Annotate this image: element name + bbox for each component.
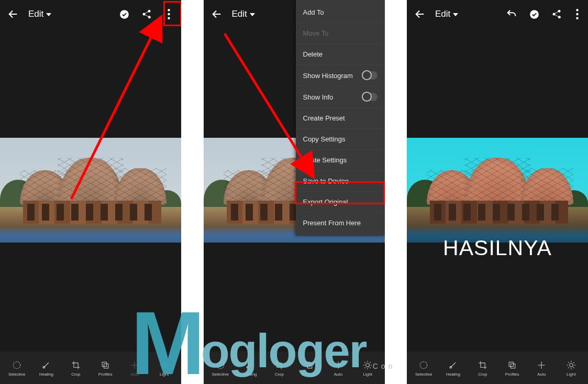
tool-light[interactable]: Light xyxy=(355,360,380,377)
more-icon[interactable] xyxy=(573,9,581,19)
tool-label: Profiles xyxy=(505,372,519,377)
svg-rect-12 xyxy=(306,362,310,366)
edit-label-text: Edit xyxy=(232,9,247,19)
svg-rect-22 xyxy=(509,362,513,366)
tool-label: Selective xyxy=(212,372,228,377)
svg-point-18 xyxy=(576,13,578,15)
caret-down-icon xyxy=(453,13,458,16)
toggle-info[interactable] xyxy=(362,93,378,101)
tool-label: Crop xyxy=(478,372,487,377)
tool-label: Auto xyxy=(334,372,342,377)
checkmark-circle-icon[interactable] xyxy=(119,9,130,20)
svg-point-8 xyxy=(162,364,166,367)
result-label: HASILNYA xyxy=(407,236,588,260)
image-canvas[interactable] xyxy=(0,28,181,352)
tool-crop[interactable]: Crop xyxy=(63,360,88,377)
tool-label: Healing xyxy=(446,372,460,377)
svg-rect-13 xyxy=(307,364,312,368)
tool-label: Auto xyxy=(130,372,139,377)
menu-item-label: Copy Settings xyxy=(303,135,346,143)
undo-icon[interactable] xyxy=(506,8,517,20)
tool-label: Healing xyxy=(39,372,53,377)
bottom-toolbar: Selective Healing Crop Profiles Auto Lig… xyxy=(204,352,385,384)
tool-light[interactable]: Light xyxy=(559,360,584,377)
menu-item-label: Export Original xyxy=(303,198,348,206)
menu-item-label: Create Preset xyxy=(303,114,345,122)
tool-label: Profiles xyxy=(302,372,316,377)
tool-profiles[interactable]: Profiles xyxy=(500,360,525,377)
menu-move-to: Move To xyxy=(296,23,385,44)
bottom-toolbar: Selective Healing Crop Profiles Auto Lig… xyxy=(407,352,588,384)
tool-auto[interactable]: Auto xyxy=(326,360,351,377)
svg-point-2 xyxy=(168,13,170,15)
svg-rect-6 xyxy=(102,362,106,366)
menu-export-original[interactable]: Export Original xyxy=(296,192,385,213)
tool-label: Auto xyxy=(537,372,546,377)
svg-rect-23 xyxy=(511,364,515,368)
menu-save-to-device[interactable]: Save to Device xyxy=(296,171,385,192)
menu-present-from-here[interactable]: Present From Here xyxy=(296,213,385,234)
share-icon[interactable] xyxy=(141,9,152,19)
svg-point-17 xyxy=(576,9,578,11)
tool-label: Light xyxy=(160,372,169,377)
caret-down-icon xyxy=(46,13,51,16)
back-icon[interactable] xyxy=(414,8,426,20)
menu-show-histogram[interactable]: Show Histogram xyxy=(296,65,385,86)
caret-down-icon xyxy=(250,13,255,16)
toggle-histogram[interactable] xyxy=(362,71,378,80)
edit-dropdown[interactable]: Edit xyxy=(232,9,255,19)
share-icon[interactable] xyxy=(551,9,562,19)
back-icon[interactable] xyxy=(7,8,19,20)
menu-paste-settings[interactable]: Paste Settings xyxy=(296,150,385,171)
tool-healing[interactable]: Healing xyxy=(34,360,59,377)
tool-profiles[interactable]: Profiles xyxy=(296,360,321,377)
overflow-menu: Add To Move To Delete Show Histogram Sho… xyxy=(296,0,385,236)
svg-point-3 xyxy=(168,17,170,19)
tool-profiles[interactable]: Profiles xyxy=(93,360,118,377)
tool-selective[interactable]: Selective xyxy=(4,360,29,377)
more-icon[interactable] xyxy=(163,9,174,19)
menu-delete[interactable]: Delete xyxy=(296,44,385,65)
tool-auto[interactable]: Auto xyxy=(122,360,147,377)
image-canvas[interactable] xyxy=(407,28,588,352)
tool-healing[interactable]: Healing xyxy=(237,360,262,377)
back-icon[interactable] xyxy=(211,8,223,20)
topbar: Edit xyxy=(407,0,588,28)
tool-healing[interactable]: Healing xyxy=(440,360,465,377)
edit-dropdown[interactable]: Edit xyxy=(28,9,51,19)
tool-label: Light xyxy=(567,372,575,377)
menu-copy-settings[interactable]: Copy Settings xyxy=(296,129,385,150)
tool-light[interactable]: Light xyxy=(152,360,177,377)
svg-point-10 xyxy=(217,361,224,368)
tool-label: Healing xyxy=(242,372,257,377)
photo xyxy=(407,138,588,243)
screen-1: Edit Selective Healin xyxy=(0,0,181,384)
tool-auto[interactable]: Auto xyxy=(529,360,554,377)
menu-create-preset[interactable]: Create Preset xyxy=(296,108,385,129)
menu-item-label: Show Info xyxy=(303,93,334,101)
menu-item-label: Save to Device xyxy=(303,177,349,185)
menu-item-label: Present From Here xyxy=(303,219,361,227)
edit-dropdown[interactable]: Edit xyxy=(435,9,458,19)
checkmark-circle-icon[interactable] xyxy=(529,9,540,20)
bottom-toolbar: Selective Healing Crop Profiles Auto Lig… xyxy=(0,352,181,384)
topbar: Edit xyxy=(0,0,181,28)
svg-point-4 xyxy=(13,361,20,368)
tool-crop[interactable]: Crop xyxy=(267,360,292,377)
menu-item-label: Paste Settings xyxy=(303,156,347,164)
menu-add-to[interactable]: Add To xyxy=(296,2,385,23)
tool-label: Selective xyxy=(415,372,432,377)
svg-point-1 xyxy=(168,9,170,11)
menu-item-label: Add To xyxy=(303,8,324,16)
screen-3: Edit HA xyxy=(407,0,588,384)
tool-label: Selective xyxy=(8,372,25,377)
tool-crop[interactable]: Crop xyxy=(470,360,495,377)
tool-label: Light xyxy=(363,372,372,377)
tool-selective[interactable]: Selective xyxy=(411,360,436,377)
tool-label: Crop xyxy=(275,372,284,377)
tool-selective[interactable]: Selective xyxy=(208,360,233,377)
tool-label: Crop xyxy=(71,372,80,377)
svg-rect-7 xyxy=(104,364,108,368)
edit-label-text: Edit xyxy=(435,9,450,19)
menu-show-info[interactable]: Show Info xyxy=(296,86,385,108)
